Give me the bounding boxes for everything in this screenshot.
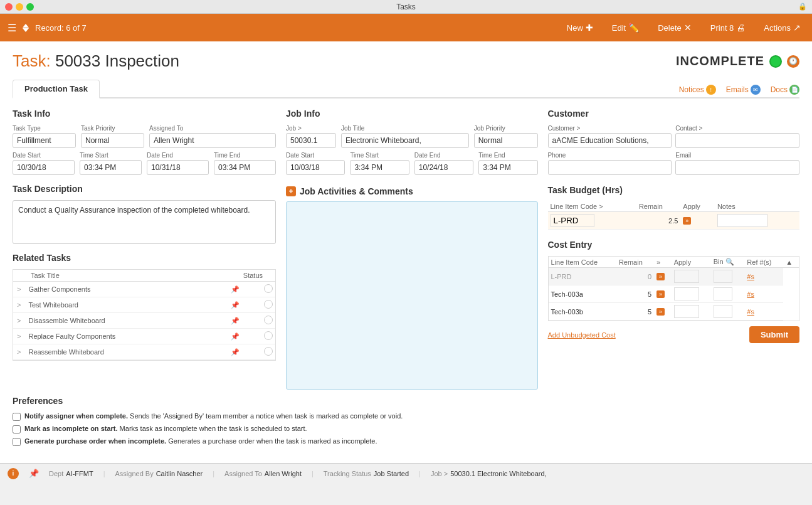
nav-left: ☰ Record: 6 of 7 <box>8 22 563 34</box>
cost-arrow-btn[interactable]: » <box>654 268 672 285</box>
date-end-value[interactable]: 10/31/18 <box>147 160 209 175</box>
related-task-row[interactable]: > Gather Components 📌 <box>13 282 275 297</box>
cost-bin[interactable] <box>711 268 745 285</box>
print-button[interactable]: Print 8 🖨 <box>707 20 749 35</box>
task-description-value[interactable]: Conduct a Quality Assurance inspection o… <box>13 200 276 244</box>
related-task-row[interactable]: > Reassemble Whiteboard 📌 <box>13 344 275 360</box>
cost-bin[interactable] <box>711 303 745 321</box>
cost-apply[interactable] <box>672 303 711 321</box>
task-description-title: Task Description <box>13 184 276 194</box>
assigned-to-field: Assigned To Allen Wright <box>149 125 276 148</box>
pref-text-3: Generate purchase order when incomplete.… <box>24 437 377 445</box>
date-start-value[interactable]: 10/30/18 <box>13 160 75 175</box>
notices-link[interactable]: Notices ! <box>679 85 716 95</box>
left-column: Task Info Task Type Fulfillment Task Pri… <box>13 109 276 390</box>
job-priority-value[interactable]: Normal <box>474 133 538 148</box>
assigned-to-value[interactable]: Allen Wright <box>149 133 276 148</box>
time-start-value[interactable]: 03:34 PM <box>80 160 142 175</box>
close-button[interactable] <box>5 3 13 11</box>
info-icon[interactable]: i <box>8 468 19 479</box>
traffic-lights[interactable] <box>5 3 34 11</box>
job-status-value: 50030.1 Electronic Whiteboard, <box>450 470 546 477</box>
actions-button[interactable]: Actions ↗ <box>760 20 804 35</box>
related-task-row[interactable]: > Test Whiteboard 📌 <box>13 297 275 313</box>
related-task-pin: 📌 <box>227 329 243 344</box>
cost-ref[interactable]: #s <box>744 285 783 303</box>
job-time-start-label: Time Start <box>350 152 409 159</box>
cost-apply[interactable] <box>672 268 711 285</box>
related-task-pin: 📌 <box>227 282 243 297</box>
edit-button[interactable]: Edit ✏️ <box>608 20 643 35</box>
related-task-status[interactable] <box>243 344 275 360</box>
cost-apply[interactable] <box>672 285 711 303</box>
task-priority-field: Task Priority Normal <box>81 125 144 148</box>
record-nav-arrows[interactable] <box>23 24 29 32</box>
contact-value[interactable] <box>675 133 799 148</box>
minimize-button[interactable] <box>16 3 23 11</box>
cost-entry-scroll[interactable]: Line Item Code Remain » Apply Bin 🔍 Ref … <box>548 256 800 321</box>
cost-ref[interactable]: #s <box>744 303 783 321</box>
record-next-arrow[interactable] <box>23 28 29 32</box>
cost-row[interactable]: Tech-003b 5 » #s <box>549 303 799 321</box>
job-date-start-value[interactable]: 10/03/18 <box>286 160 345 175</box>
job-time-start-field: Time Start 3:34 PM <box>350 152 409 175</box>
job-date-start-field: Date Start 10/03/18 <box>286 152 345 175</box>
edit-label: Edit <box>612 23 626 33</box>
pref-checkbox-1[interactable] <box>13 413 21 421</box>
cost-remain: 5 <box>616 285 654 303</box>
maximize-button[interactable] <box>26 3 34 11</box>
job-time-start-value[interactable]: 3:34 PM <box>350 160 409 175</box>
task-priority-value[interactable]: Normal <box>81 133 144 148</box>
job-title-value[interactable]: Electronic Whiteboard, <box>341 133 469 148</box>
cost-row[interactable]: L-PRD 0 » #s <box>549 268 799 285</box>
phone-value[interactable] <box>548 160 672 175</box>
task-info-section: Task Info Task Type Fulfillment Task Pri… <box>13 109 276 175</box>
add-activity-icon[interactable]: + <box>286 186 296 196</box>
status-clock-icon[interactable]: 🕐 <box>787 55 799 68</box>
tab-production-task[interactable]: Production Task <box>13 80 100 98</box>
job-value[interactable]: 50030.1 <box>286 133 336 148</box>
job-date-end-value[interactable]: 10/24/18 <box>414 160 473 175</box>
budget-notes-input[interactable] <box>717 214 767 227</box>
budget-line-item-input[interactable] <box>551 214 594 227</box>
time-start-label: Time Start <box>80 152 142 159</box>
related-task-status[interactable] <box>243 282 275 297</box>
related-task-status[interactable] <box>243 297 275 313</box>
task-info-title: Task Info <box>13 109 276 119</box>
related-task-status[interactable] <box>243 329 275 344</box>
print-label: Print 8 <box>710 23 734 33</box>
related-task-row[interactable]: > Replace Faulty Components 📌 <box>13 329 275 344</box>
budget-apply-arrows[interactable]: » <box>683 217 691 225</box>
budget-line-item-value[interactable] <box>548 212 636 230</box>
cost-row[interactable]: Tech-003a 5 » #s <box>549 285 799 303</box>
date-end-label: Date End <box>147 152 209 159</box>
main-content: Task: 50033 Inspection INCOMPLETE 🕐 Prod… <box>0 41 812 463</box>
cost-arrow-btn[interactable]: » <box>654 285 672 303</box>
record-prev-arrow[interactable] <box>23 24 29 28</box>
related-task-status[interactable] <box>243 313 275 329</box>
new-button[interactable]: New ✚ <box>563 20 597 35</box>
related-tasks-scroll[interactable]: > Gather Components 📌 > Test Whiteboard … <box>13 282 275 360</box>
hamburger-menu-icon[interactable]: ☰ <box>8 22 16 34</box>
cost-scroll-up[interactable]: ▲ <box>783 257 799 268</box>
cost-ref[interactable]: #s <box>744 268 783 285</box>
cost-code: Tech-003a <box>549 285 616 303</box>
cost-table: Line Item Code Remain » Apply Bin 🔍 Ref … <box>549 257 799 321</box>
job-time-end-value[interactable]: 3:34 PM <box>478 160 537 175</box>
add-unbudgeted-link[interactable]: Add Unbudgeted Cost <box>548 331 616 339</box>
job-activities-area[interactable] <box>286 201 538 390</box>
emails-link[interactable]: Emails ✉ <box>726 85 761 95</box>
delete-button[interactable]: Delete ✕ <box>654 20 695 35</box>
email-field: Email <box>675 152 799 175</box>
related-task-row[interactable]: > Disassemble Whiteboard 📌 <box>13 313 275 329</box>
time-end-value[interactable]: 03:34 PM <box>214 160 276 175</box>
docs-link[interactable]: Docs 📄 <box>771 85 799 95</box>
submit-button[interactable]: Submit <box>749 326 799 343</box>
email-value[interactable] <box>675 160 799 175</box>
pref-checkbox-2[interactable] <box>13 425 21 433</box>
cost-bin[interactable] <box>711 285 745 303</box>
pref-checkbox-3[interactable] <box>13 438 21 446</box>
task-type-value[interactable]: Fulfillment <box>13 133 76 148</box>
cost-arrow-btn[interactable]: » <box>654 303 672 321</box>
customer-value[interactable]: aACME Education Solutions, <box>548 133 672 148</box>
